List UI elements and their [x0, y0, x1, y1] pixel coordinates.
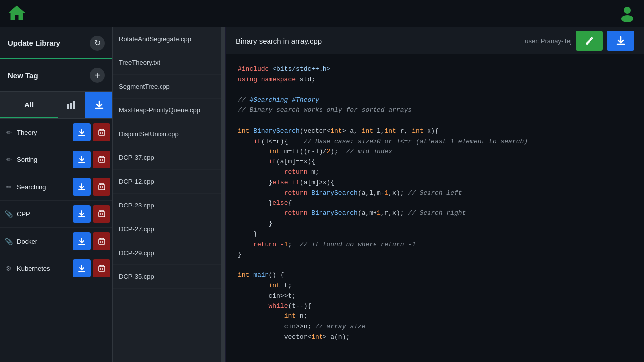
tag-item-sorting: ✏ Sorting — [0, 146, 112, 173]
update-library-button[interactable]: Update Library ↻ — [0, 27, 112, 59]
file-item[interactable]: DCP-37.cpp — [113, 146, 221, 170]
tag-icon-kubernetes: ⚙ — [4, 265, 14, 272]
tag-label-sorting: Sorting — [17, 156, 73, 163]
update-library-label: Update Library — [8, 39, 60, 47]
file-item[interactable]: TreeTheory.txt — [113, 51, 221, 75]
code-viewer: Binary search in array.cpp user: Pranay-… — [226, 27, 644, 362]
svg-rect-36 — [99, 239, 105, 244]
file-list-panel: RotateAndSegregate.cppTreeTheory.txtSegm… — [113, 27, 222, 362]
filter-chart-icon[interactable] — [58, 92, 85, 118]
tag-filter-row: All — [0, 92, 112, 119]
tag-label-searching: Searching — [17, 183, 73, 191]
svg-point-2 — [621, 15, 633, 22]
home-icon[interactable] — [8, 4, 26, 24]
svg-rect-4 — [70, 103, 72, 109]
tag-label-kubernetes: Kubernetes — [17, 265, 73, 272]
tag-download-cpp[interactable] — [73, 205, 91, 223]
file-item[interactable]: DisjointSetUnion.cpp — [113, 122, 221, 146]
svg-rect-3 — [67, 104, 69, 109]
filter-all[interactable]: All — [0, 92, 58, 118]
tag-delete-sorting[interactable] — [93, 151, 110, 168]
tag-item-docker: 📎 Docker — [0, 228, 112, 255]
download-button[interactable] — [607, 31, 634, 51]
panel-divider — [222, 27, 225, 362]
svg-point-1 — [624, 7, 631, 14]
user-label: user: Pranay-Tej — [525, 37, 572, 45]
tag-item-kubernetes: ⚙ Kubernetes — [0, 255, 112, 282]
filter-download-button[interactable] — [85, 92, 112, 118]
file-item[interactable]: DCP-29.cpp — [113, 241, 221, 265]
file-item[interactable]: SegmentTree.cpp — [113, 75, 221, 99]
file-item[interactable]: DCP-12.cpp — [113, 170, 221, 194]
refresh-icon[interactable]: ↻ — [90, 36, 105, 51]
file-item[interactable]: DCP-35.cpp — [113, 265, 221, 289]
topbar — [0, 0, 644, 27]
plus-icon[interactable]: + — [90, 68, 105, 83]
tag-delete-docker[interactable] — [93, 232, 110, 250]
tag-delete-theory[interactable] — [93, 123, 110, 141]
tag-download-docker[interactable] — [73, 232, 91, 250]
new-tag-button[interactable]: New Tag + — [0, 59, 112, 92]
user-icon[interactable] — [618, 4, 636, 24]
tag-label-docker: Docker — [17, 238, 73, 245]
tag-icon-cpp: 📎 — [4, 210, 14, 218]
tag-delete-cpp[interactable] — [93, 205, 110, 223]
code-header: Binary search in array.cpp user: Pranay-… — [226, 27, 644, 54]
code-body[interactable]: #include <bits/stdc++.h> using namespace… — [226, 54, 644, 362]
main-layout: Update Library ↻ New Tag + All — [0, 27, 644, 362]
tag-item-searching: ✏ Searching — [0, 173, 112, 201]
svg-rect-29 — [99, 212, 105, 217]
tag-download-searching[interactable] — [73, 178, 91, 196]
tag-icon-sorting: ✏ — [4, 156, 14, 163]
tag-download-sorting[interactable] — [73, 151, 91, 168]
tag-item-cpp: 📎 CPP — [0, 201, 112, 228]
file-item[interactable]: DCP-27.cpp — [113, 217, 221, 241]
tag-icon-theory: ✏ — [4, 129, 14, 136]
file-item[interactable]: MaxHeap-PriorityQueue.cpp — [113, 99, 221, 122]
code-title: Binary search in array.cpp — [236, 37, 322, 45]
code-header-right: user: Pranay-Tej — [525, 31, 634, 51]
svg-rect-22 — [99, 185, 105, 190]
file-item[interactable]: RotateAndSegregate.cpp — [113, 27, 221, 51]
svg-rect-5 — [73, 101, 75, 109]
tag-delete-searching[interactable] — [93, 178, 110, 196]
tag-download-kubernetes[interactable] — [73, 259, 91, 277]
file-item[interactable]: DCP-23.cpp — [113, 194, 221, 217]
tag-delete-kubernetes[interactable] — [93, 259, 110, 277]
tag-icon-searching: ✏ — [4, 183, 14, 191]
tag-label-theory: Theory — [17, 129, 73, 136]
new-tag-label: New Tag — [8, 71, 38, 80]
tag-item-theory: ✏ Theory — [0, 119, 112, 146]
tag-label-cpp: CPP — [17, 210, 73, 218]
svg-rect-8 — [99, 130, 105, 135]
tag-download-theory[interactable] — [73, 123, 91, 141]
sidebar: Update Library ↻ New Tag + All — [0, 27, 113, 362]
svg-marker-0 — [9, 6, 25, 20]
svg-rect-15 — [99, 157, 105, 162]
tag-list: ✏ Theory ✏ Sorting — [0, 119, 112, 362]
tag-icon-docker: 📎 — [4, 238, 14, 245]
edit-button[interactable] — [576, 31, 603, 51]
svg-rect-43 — [99, 266, 105, 271]
